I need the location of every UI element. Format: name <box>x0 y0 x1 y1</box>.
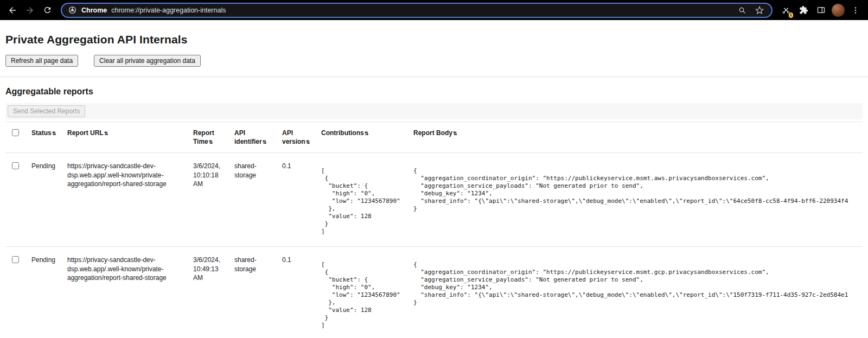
row-api-identifier: shared-storage <box>230 247 278 338</box>
sort-icon[interactable]: ⇅ <box>209 139 213 145</box>
header-api-identifier[interactable]: API identifier⇅ <box>230 122 278 153</box>
row-checkbox[interactable] <box>12 256 19 263</box>
page-title: Private Aggregation API Internals <box>5 33 863 46</box>
row-report-time: 3/6/2024, 10:10:18 AM <box>189 153 230 247</box>
chrome-logo-icon <box>67 5 77 15</box>
header-report-url-label: Report URL <box>67 129 104 137</box>
header-api-version[interactable]: API version⇅ <box>278 122 317 153</box>
browser-toolbar: Chrome chrome://private-aggregation-inte… <box>0 0 868 20</box>
header-status[interactable]: Status⇅ <box>27 122 63 153</box>
row-api-identifier: shared-storage <box>230 153 278 247</box>
row-checkbox[interactable] <box>12 162 19 169</box>
header-status-label: Status <box>31 129 52 137</box>
sort-icon[interactable]: ⇅ <box>306 139 310 145</box>
header-contributions-label: Contributions <box>321 129 364 137</box>
section-heading: Aggregatable reports <box>5 87 863 97</box>
header-report-time[interactable]: Report Time⇅ <box>189 122 230 153</box>
aggregatable-reports-table: Status⇅ Report URL⇅ Report Time⇅ API ide… <box>5 122 863 338</box>
page-content: Private Aggregation API Internals Refres… <box>0 33 868 338</box>
address-bar[interactable]: Chrome chrome://private-aggregation-inte… <box>61 3 773 18</box>
reports-toolbar: Send Selected Reports <box>5 103 863 119</box>
side-panel-icon[interactable] <box>813 2 829 18</box>
row-report-body: { "aggregation_coordinator_origin": "htt… <box>409 247 863 338</box>
omnibox-scope-label: Chrome <box>81 7 107 14</box>
report-body-json: { "aggregation_coordinator_origin": "htt… <box>413 167 858 213</box>
row-api-version: 0.1 <box>278 153 317 247</box>
bookmark-star-icon[interactable] <box>753 4 766 17</box>
select-all-cell <box>5 122 27 153</box>
sort-icon[interactable]: ⇅ <box>365 131 369 136</box>
row-status: Pending <box>27 153 63 247</box>
zoom-icon[interactable] <box>736 4 749 17</box>
reload-button[interactable] <box>39 2 55 18</box>
report-body-json: { "aggregation_coordinator_origin": "htt… <box>413 261 858 307</box>
row-select-cell <box>5 247 27 338</box>
table-row: Pending https://privacy-sandcastle-dev-d… <box>5 153 863 247</box>
sort-icon[interactable]: ⇅ <box>52 131 56 136</box>
row-report-body: { "aggregation_coordinator_origin": "htt… <box>409 153 863 247</box>
header-report-url[interactable]: Report URL⇅ <box>63 122 189 153</box>
header-api-identifier-label: API identifier <box>234 129 262 145</box>
section-divider <box>0 76 868 77</box>
avatar <box>832 4 845 17</box>
forward-button[interactable] <box>22 2 38 18</box>
sort-icon[interactable]: ⇅ <box>453 131 457 136</box>
send-selected-reports-button[interactable]: Send Selected Reports <box>8 105 85 117</box>
row-report-time: 3/6/2024, 10:49:13 AM <box>189 247 230 338</box>
table-header-row: Status⇅ Report URL⇅ Report Time⇅ API ide… <box>5 122 863 153</box>
page-actions: Refresh all page data Clear all private … <box>5 55 863 67</box>
header-api-version-label: API version <box>282 129 305 145</box>
omnibox-url[interactable]: chrome://private-aggregation-internals <box>111 7 226 14</box>
header-report-body-label: Report Body <box>413 129 452 137</box>
extension-action-icon[interactable]: 1 <box>778 2 794 18</box>
row-report-url: https://privacy-sandcastle-dev-dsp.web.a… <box>63 153 189 247</box>
select-all-checkbox[interactable] <box>12 129 19 136</box>
row-status: Pending <box>27 247 63 338</box>
profile-avatar[interactable] <box>830 2 846 18</box>
back-button[interactable] <box>4 2 21 18</box>
contributions-json: [ { "bucket": { "high": "0", "low": "123… <box>321 167 405 235</box>
row-api-version: 0.1 <box>278 247 317 338</box>
menu-dots-icon[interactable] <box>847 2 864 18</box>
row-contributions: [ { "bucket": { "high": "0", "low": "123… <box>317 153 409 247</box>
table-row: Pending https://privacy-sandcastle-dev-d… <box>5 247 863 338</box>
sort-icon[interactable]: ⇅ <box>263 139 267 145</box>
header-report-body[interactable]: Report Body⇅ <box>409 122 863 153</box>
row-contributions: [ { "bucket": { "high": "0", "low": "123… <box>317 247 409 338</box>
sort-icon[interactable]: ⇅ <box>104 131 108 136</box>
extensions-puzzle-icon[interactable] <box>795 2 812 18</box>
row-select-cell <box>5 153 27 247</box>
clear-all-button[interactable]: Clear all private aggregation data <box>94 55 201 67</box>
extension-badge: 1 <box>788 12 794 18</box>
refresh-all-button[interactable]: Refresh all page data <box>5 55 78 67</box>
contributions-json: [ { "bucket": { "high": "0", "low": "123… <box>321 261 405 329</box>
header-contributions[interactable]: Contributions⇅ <box>317 122 409 153</box>
row-report-url: https://privacy-sandcastle-dev-dsp.web.a… <box>63 247 189 338</box>
